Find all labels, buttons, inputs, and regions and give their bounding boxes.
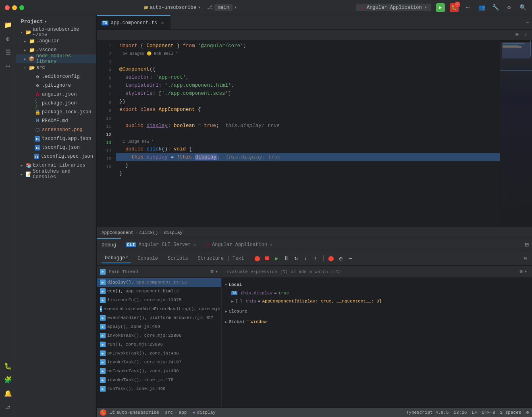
watch-input[interactable] — [227, 269, 517, 274]
search-icon[interactable]: 🔍 — [518, 3, 527, 12]
project-title-row[interactable]: Project ▾ — [21, 19, 47, 25]
frame-item-7[interactable]: ▶ invokeTask(), core.mjs:23896 — [97, 331, 221, 340]
wrench-icon[interactable]: 🔧 — [491, 3, 500, 12]
breadcrumb-component[interactable]: AppComponent — [102, 230, 133, 235]
panel-tab-debug[interactable]: Debug — [97, 238, 121, 251]
frame-item-2[interactable]: ▶ ctx(), app.component.html:2 — [97, 287, 221, 296]
frame-item-9[interactable]: ▶ onInvokeTask(), zone.js:408 — [97, 349, 221, 358]
var-row-this[interactable]: ▶ { } this = AppComponent{display: true,… — [222, 297, 532, 305]
frame-item-6[interactable]: ▶ apply(), zone.js:409 — [97, 322, 221, 331]
debug-status-icon[interactable]: 🐛 — [100, 409, 106, 416]
stop-button[interactable]: ⬤ — [254, 255, 261, 262]
thread-filter-icon[interactable]: ⊟ — [211, 269, 214, 275]
sidebar-item-src[interactable]: ▾ 📂 src — [16, 63, 96, 72]
sidebar-item-tsconfig-spec[interactable]: TS tsconfig.spec.json — [16, 152, 96, 161]
eye-icon[interactable]: 👁 — [513, 31, 521, 39]
project-view-icon[interactable]: 📁 — [2, 19, 15, 31]
scripts-tab[interactable]: Scripts — [164, 254, 191, 263]
breadcrumb: AppComponent › click() › display — [97, 227, 532, 238]
global-header[interactable]: ▶ Global = Window — [222, 317, 532, 326]
panel-tab-angular-app[interactable]: ⬡ Angular Application ✕ — [201, 238, 277, 251]
notifications-icon[interactable]: 🔔 — [2, 387, 15, 400]
sidebar-item-node-modules[interactable]: ▶ 📦 node_modules library — [16, 54, 96, 63]
sidebar-item-gitignore[interactable]: ⚙ .gitignore — [16, 81, 96, 90]
watch-chevron-icon[interactable]: ▾ — [524, 269, 527, 275]
tab-close-icon[interactable]: ✕ — [160, 20, 165, 26]
tab-more-button[interactable]: ⋯ — [523, 15, 532, 29]
circular-arrow-icon[interactable]: ◎ — [337, 255, 345, 262]
sidebar-item-scratches[interactable]: ▶ 📝 Scratches and Consoles — [16, 170, 96, 179]
closure-header[interactable]: ▶ Closure — [222, 307, 532, 316]
line-sep-label[interactable]: LF — [472, 410, 477, 415]
sidebar-item-screenshot[interactable]: ⬡ screenshot.png — [16, 125, 96, 134]
step-into-button[interactable]: ↓ — [302, 255, 310, 262]
watch-copy-icon[interactable]: ⊞ — [520, 269, 523, 275]
minimize-button[interactable] — [12, 5, 17, 10]
maximize-button[interactable] — [19, 5, 24, 10]
frame-item[interactable]: ▶ display(), app.component.ts:13 — [97, 278, 221, 287]
sidebar-item-tsconfig[interactable]: TS tsconfig.json — [16, 143, 96, 152]
structure-icon[interactable]: ☰ — [2, 46, 15, 59]
debug-button[interactable]: 🐛 2 — [450, 3, 459, 12]
src-folder-icon: 📂 — [29, 65, 35, 71]
branch-status-label: auto-unsubscribe — [116, 410, 159, 415]
debugger-tab[interactable]: Debugger — [102, 254, 131, 263]
frames-list[interactable]: ▶ display(), app.component.ts:13 ▶ ctx()… — [97, 278, 221, 407]
settings-icon[interactable]: ⚙ — [526, 410, 529, 415]
code-content[interactable]: import { Component } from '@angular/core… — [116, 40, 500, 227]
angular-cli-close-icon[interactable]: ✕ — [193, 242, 196, 247]
frame-item-11[interactable]: ▶ onInvokeTask(), zone.js:408 — [97, 367, 221, 375]
frame-item-4[interactable]: ▶ executeListenerWithErrorHandling(), co… — [97, 304, 221, 313]
step-out-button[interactable]: ↑ — [312, 255, 319, 262]
angular-folder-label: .angular — [36, 38, 60, 44]
commit-icon[interactable]: ◎ — [2, 32, 15, 45]
panel-grid-icon[interactable]: ⊞ — [522, 238, 532, 251]
indent-label[interactable]: 2 spaces — [500, 410, 522, 415]
angular-app-close-icon[interactable]: ✕ — [270, 242, 272, 247]
frame-item-3[interactable]: ▶ listenerFn(), core.mjs:13975 — [97, 296, 221, 304]
git-icon[interactable]: ⎇ — [2, 401, 15, 414]
branch-status[interactable]: ⎇ auto-unsubscribe › src › app › ◆ displ… — [110, 410, 216, 415]
stop-debug-button[interactable]: ⏹ — [264, 255, 271, 262]
sidebar-item-editorconfig[interactable]: ⚙ .editorconfig — [16, 72, 96, 81]
sidebar-item-angular[interactable]: ▶ 📁 .angular — [16, 37, 96, 46]
more-tools-icon[interactable]: ⋯ — [2, 60, 15, 73]
run-configuration[interactable]: ⬡ Angular Application ▾ — [356, 4, 431, 11]
sidebar-item-readme[interactable]: M README.md — [16, 117, 96, 125]
sidebar-item-package-lock-json[interactable]: 🔒 package-lock.json — [16, 108, 96, 117]
sidebar-item-package-json[interactable]: { } package.json — [16, 99, 96, 108]
settings-icon[interactable]: ⚙ — [505, 3, 513, 12]
console-tab[interactable]: Console — [135, 254, 161, 263]
breadcrumb-property[interactable]: display — [164, 230, 183, 235]
pause-button[interactable]: ⏸ — [283, 255, 290, 262]
frame-item-10[interactable]: ▶ invokeTask(), core.mjs:24197 — [97, 358, 221, 367]
language-label[interactable]: TypeScript 4.9.5 — [406, 410, 449, 415]
extensions-icon[interactable]: 🧩 — [2, 373, 15, 386]
panel-tab-angular-cli[interactable]: CLI Angular CLI Server ✕ — [121, 238, 201, 251]
more-debug-icon[interactable]: ⋯ — [347, 255, 354, 262]
resume-button[interactable]: ▶ — [273, 255, 281, 262]
users-icon[interactable]: 👥 — [477, 3, 486, 12]
frame-item-13[interactable]: ▶ runTask(), zone.js:490 — [97, 384, 221, 393]
position-label[interactable]: 13:26 — [453, 410, 467, 415]
frame-item-12[interactable]: ▶ invokeTask(), zone.js:178 — [97, 375, 221, 384]
more-button[interactable]: ⋯ — [463, 3, 472, 12]
debug-sidebar-icon[interactable]: 🐛 — [2, 360, 15, 373]
local-header[interactable]: ▾ Local — [222, 280, 532, 289]
frame-item-5[interactable]: ▶ eventHandler(), platform-browser.mjs:4… — [97, 313, 221, 322]
tree-root[interactable]: ▾ 📂 auto-unsubscribe ~/dev — [16, 28, 96, 37]
breakpoint-icon[interactable]: ⬤ — [328, 255, 335, 262]
step-over-button[interactable]: ↻ — [293, 255, 300, 262]
breadcrumb-method[interactable]: click() — [139, 230, 158, 235]
encoding-label[interactable]: UTF-8 — [482, 410, 495, 415]
structure-tab[interactable]: Structure | Text — [194, 254, 247, 263]
tab-app-component[interactable]: TS app.component.ts ✕ — [97, 15, 170, 29]
sidebar-item-angular-json[interactable]: A angular.json — [16, 90, 96, 99]
frame-item-8[interactable]: ▶ run(), core.mjs:23896 — [97, 340, 221, 349]
run-button[interactable]: ▶ — [436, 3, 445, 12]
check-icon[interactable]: ✓ — [523, 31, 529, 39]
close-button[interactable] — [5, 5, 10, 10]
thread-chevron-icon[interactable]: ▾ — [215, 269, 218, 275]
debug-layout-icon[interactable]: ⊞ — [524, 255, 527, 261]
sidebar-item-tsconfig-app[interactable]: TS tsconfig.app.json — [16, 134, 96, 143]
